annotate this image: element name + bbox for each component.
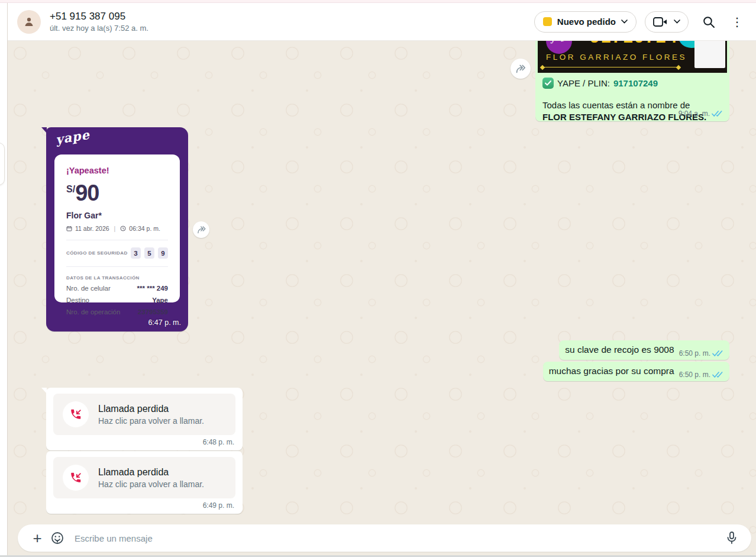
message-composer[interactable]: + Escribe un mensaje: [18, 524, 751, 552]
outgoing-image-message[interactable]: yape 917107249 FLOR GARRIAZO FLORES YAPE…: [535, 41, 729, 121]
message-time: 6:50 p. m.: [679, 371, 710, 379]
chevron-down-icon: [621, 20, 628, 24]
contact-phone-title[interactable]: +51 915 387 095: [50, 10, 534, 22]
message-time: 6:47 p. m.: [148, 318, 181, 327]
caption-yape-plin-label: YAPE / PLIN:: [557, 78, 610, 88]
caption-phone-link[interactable]: 917107249: [613, 78, 658, 88]
yape-receipt-title: ¡Yapeaste!: [66, 166, 168, 175]
read-double-check-icon: [712, 371, 724, 378]
divider: [66, 266, 168, 267]
sticker-button[interactable]: [47, 528, 67, 548]
security-code-digits: 3 5 9: [131, 247, 168, 259]
voice-message-button[interactable]: [722, 528, 742, 548]
clock-icon: [120, 226, 126, 231]
row-value: Yape: [152, 296, 168, 304]
message-time: 6:48 p. m.: [203, 438, 234, 446]
yape-receipt-card: ¡Yapeaste! S/90 Flor Gar* 11 abr. 2026 |…: [54, 154, 180, 302]
call-dropdown-button[interactable]: [645, 11, 689, 33]
missed-call-subtitle: Haz clic para volver a llamar.: [98, 416, 204, 427]
missed-call-icon: [69, 471, 82, 484]
flyer-image-attachment[interactable]: yape 917107249 FLOR GARRIAZO FLORES: [538, 41, 727, 73]
outgoing-text-message[interactable]: muchas gracias por su compra 6:50 p. m.: [543, 362, 729, 381]
chat-list-item-peek[interactable]: [0, 143, 5, 185]
code-digit: 3: [131, 247, 141, 259]
calendar-icon: [66, 226, 72, 231]
message-time: 6:49 p. m.: [203, 501, 234, 510]
search-icon: [702, 15, 715, 28]
recipient-name: Flor Gar*: [66, 211, 168, 220]
flyer-price-list: [694, 41, 725, 68]
transaction-row: Destino Yape: [66, 296, 168, 304]
message-panel[interactable]: yape 917107249 FLOR GARRIAZO FLORES YAPE…: [8, 41, 756, 557]
outgoing-text-message[interactable]: su clave de recojo es 9008 6:50 p. m.: [559, 340, 729, 360]
transaction-data-label: DATOS DE LA TRANSACCIÓN: [66, 275, 168, 281]
message-text: muchas gracias por su compra: [549, 365, 674, 377]
row-label: Nro. de celular: [66, 284, 111, 292]
missed-call-title: Llamada perdida: [98, 466, 204, 479]
missed-call-callback-card[interactable]: Llamada perdida Haz clic para volver a l…: [53, 457, 235, 498]
yape-logo: yape: [54, 127, 91, 147]
sticker-face-icon: [50, 531, 64, 545]
missed-call-subtitle: Haz clic para volver a llamar.: [98, 479, 204, 490]
read-double-check-icon: [712, 110, 723, 117]
chat-menu-button[interactable]: ⋮: [729, 10, 745, 34]
forward-message-button[interactable]: [193, 221, 209, 238]
flyer-divider: [542, 67, 679, 67]
message-time: 6:50 p. m.: [679, 349, 710, 358]
message-time: 9:04 a. m.: [679, 110, 710, 118]
contact-avatar[interactable]: [17, 10, 41, 34]
message-input[interactable]: Escribe un mensaje: [75, 533, 722, 543]
currency-symbol: S/: [66, 184, 75, 194]
row-label: Destino: [66, 296, 89, 304]
row-label: Nro. de operación: [66, 308, 120, 316]
yellow-label-icon: [543, 17, 552, 26]
label-dropdown-text: Nuevo pedido: [557, 17, 616, 27]
search-in-chat-button[interactable]: [697, 10, 721, 34]
chat-header: +51 915 387 095 últ. vez hoy a la(s) 7:5…: [8, 3, 756, 41]
transaction-row: Nro. de celular *** *** 249: [66, 284, 168, 292]
missed-call-message: Llamada perdida Haz clic para volver a l…: [46, 451, 243, 514]
transaction-date: 11 abr. 2026: [75, 225, 109, 232]
transaction-time: 06:34 p. m.: [129, 225, 160, 232]
label-dropdown-button[interactable]: Nuevo pedido: [534, 11, 637, 33]
missed-call-message: Llamada perdida Haz clic para volver a l…: [46, 388, 243, 450]
chevron-down-icon: [674, 20, 680, 24]
last-seen-status: últ. vez hoy a la(s) 7:52 a. m.: [50, 23, 534, 34]
attach-button[interactable]: +: [27, 528, 47, 548]
missed-call-icon: [69, 408, 82, 421]
transaction-row: Nro. de operación 23795359: [66, 308, 168, 316]
divider: [66, 240, 168, 240]
read-double-check-icon: [712, 350, 724, 357]
yape-amount: S/90: [66, 181, 168, 206]
code-digit: 5: [144, 247, 154, 259]
person-icon: [22, 15, 36, 29]
incoming-yape-receipt-image[interactable]: yape ¡Yapeaste! S/90 Flor Gar* 11 abr. 2…: [46, 127, 188, 331]
separator: |: [114, 225, 116, 232]
missed-call-callback-card[interactable]: Llamada perdida Haz clic para volver a l…: [53, 394, 235, 435]
forward-message-button[interactable]: [511, 59, 531, 79]
missed-call-title: Llamada perdida: [98, 403, 204, 416]
code-digit: 9: [158, 247, 168, 259]
microphone-icon: [726, 531, 738, 545]
plus-icon: +: [33, 530, 41, 546]
row-value: *** *** 249: [137, 284, 168, 292]
flyer-phone-number: 917107249: [590, 41, 689, 47]
flyer-owner-name: FLOR GARRIAZO FLORES: [546, 53, 687, 62]
green-check-emoji: [542, 78, 554, 89]
transaction-datetime: 11 abr. 2026 | 06:34 p. m.: [66, 225, 168, 232]
amount-value: 90: [75, 181, 99, 205]
video-camera-icon: [653, 17, 667, 27]
chat-list-panel-edge: [0, 3, 8, 557]
window-top-strip: [0, 0, 756, 3]
kebab-menu-icon: ⋮: [731, 16, 743, 28]
security-code-label: CÓDIGO DE SEGURIDAD: [66, 250, 128, 256]
row-value: 23795359: [138, 308, 168, 316]
message-text: su clave de recojo es 9008: [565, 344, 674, 356]
